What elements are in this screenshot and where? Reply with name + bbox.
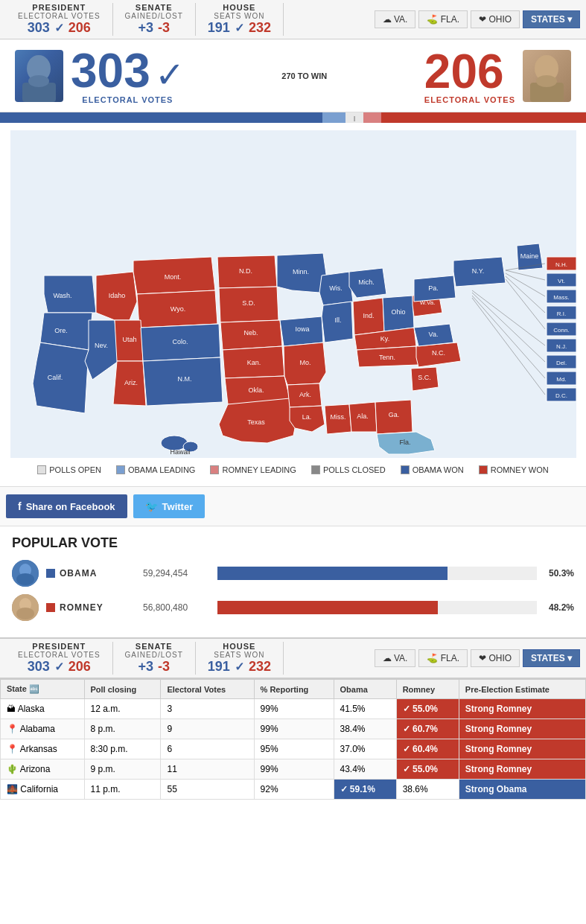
- cell-ev: 3: [161, 699, 254, 719]
- col-obama: Obama: [334, 680, 396, 699]
- svg-text:Wash.: Wash.: [53, 292, 71, 299]
- svg-text:Ga.: Ga.: [388, 411, 399, 418]
- bottom-va-button[interactable]: ☁ VA.: [375, 649, 416, 667]
- romney-vote-bar-container: [217, 601, 537, 614]
- facebook-share-button[interactable]: f Share on Facebook: [6, 494, 127, 518]
- obama-color-box: [46, 569, 55, 578]
- svg-text:Mo.: Mo.: [299, 359, 310, 366]
- obama-mini-photo: [12, 560, 39, 587]
- romney-electoral-num: 206: [424, 48, 504, 95]
- svg-text:Ark.: Ark.: [299, 391, 310, 398]
- twitter-label: Twitter: [162, 501, 194, 512]
- bottom-seats-won: SEATS WON: [214, 651, 264, 659]
- twitter-share-button[interactable]: 🐦 Twitter: [133, 494, 206, 518]
- cell-estimate: Strong Romney: [459, 719, 585, 739]
- cell-obama: 43.4%: [334, 759, 396, 780]
- svg-text:Okla.: Okla.: [248, 386, 264, 394]
- states-dropdown-button[interactable]: STATES ▾: [523, 10, 580, 28]
- obama-score: 303 ✓ ELECTORAL VOTES: [71, 47, 185, 104]
- obama-leading-bar: [322, 112, 345, 123]
- obama-vote-pct: 50.3%: [544, 568, 574, 579]
- state-filter-buttons: ☁ VA. ⛳ FLA. ❤ OHIO STATES ▾: [375, 10, 580, 28]
- col-ev: Electoral Votes: [161, 680, 254, 699]
- svg-text:N.M.: N.M.: [177, 375, 191, 383]
- cell-state: 🌵 Arizona: [1, 759, 85, 780]
- senate-gained: +3: [138, 20, 153, 36]
- map-legend: POLLS OPEN OBAMA LEADING ROMNEY LEADING …: [7, 461, 579, 479]
- obama-candidate-name: OBAMA: [60, 568, 97, 579]
- svg-text:Conn.: Conn.: [553, 327, 569, 334]
- obama-vote-row: OBAMA 59,294,454 50.3%: [12, 560, 574, 587]
- svg-text:N.C.: N.C.: [432, 349, 445, 357]
- cell-estimate: Strong Romney: [459, 739, 585, 759]
- to-win-label: 270 TO WIN: [281, 71, 327, 80]
- cell-obama: 37.0%: [334, 739, 396, 759]
- table-row: 🌵 Arizona 9 p.m. 11 99% 43.4% ✓ 55.0% St…: [1, 759, 586, 780]
- legend-obama-leading: OBAMA LEADING: [116, 465, 195, 474]
- svg-text:Idaho: Idaho: [108, 292, 125, 299]
- cell-ev: 9: [161, 719, 254, 739]
- romney-won-box: [479, 465, 488, 474]
- svg-text:D.C.: D.C.: [555, 392, 567, 399]
- legend-romney-leading: ROMNEY LEADING: [210, 465, 296, 474]
- svg-text:Ohio: Ohio: [391, 308, 405, 316]
- center-marker: |: [345, 112, 363, 123]
- bottom-president-label: PRESIDENT: [32, 642, 86, 651]
- svg-text:R.I.: R.I.: [556, 310, 565, 317]
- top-header: PRESIDENT ELECTORAL VOTES 303 ✓ 206 SENA…: [0, 0, 586, 39]
- svg-text:Mont.: Mont.: [164, 273, 181, 281]
- bottom-ohio-button[interactable]: ❤ OHIO: [471, 649, 520, 667]
- cell-state: 📍 Alabama: [1, 719, 85, 739]
- popular-vote-section: POPULAR VOTE OBAMA 59,294,454 50.3%: [0, 526, 586, 637]
- bottom-house-values: 191 ✓ 232: [208, 659, 271, 675]
- va-button[interactable]: ☁ VA.: [375, 10, 416, 28]
- facebook-label: Share on Facebook: [26, 501, 115, 512]
- cell-poll: 8 p.m.: [84, 719, 161, 739]
- popular-vote-title: POPULAR VOTE: [12, 535, 574, 551]
- romney-candidate-name: ROMNEY: [60, 602, 103, 613]
- bottom-results-section: PRESIDENT ELECTORAL VOTES 303 ✓ 206 SENA…: [0, 637, 586, 800]
- table-header-row: State 🔤 Poll closing Electoral Votes % R…: [1, 680, 586, 699]
- senate-label: SENATE: [136, 3, 173, 12]
- ohio-button[interactable]: ❤ OHIO: [471, 10, 520, 28]
- cell-poll: 12 a.m.: [84, 699, 161, 719]
- bottom-fla-button[interactable]: ⛳ FLA.: [418, 649, 468, 667]
- romney-photo: [523, 50, 571, 102]
- romney-vote-row: ROMNEY 56,800,480 48.2%: [12, 594, 574, 621]
- col-romney: Romney: [396, 680, 459, 699]
- legend-polls-closed: POLLS CLOSED: [311, 465, 386, 474]
- obama-won-box: [401, 465, 410, 474]
- fla-button[interactable]: ⛳ FLA.: [418, 10, 468, 28]
- obama-photo: [15, 50, 63, 102]
- svg-text:Ore.: Ore.: [54, 327, 68, 334]
- obama-vote-bar: [217, 567, 448, 580]
- romney-vote-bar: [217, 601, 438, 614]
- bottom-house-section: HOUSE SEATS WON 191 ✓ 232: [196, 642, 284, 675]
- bottom-senate-lost: -3: [158, 659, 170, 675]
- legend-polls-open: POLLS OPEN: [37, 465, 101, 474]
- electoral-progress-bar: |: [0, 112, 586, 123]
- bottom-states-dropdown[interactable]: STATES ▾: [523, 649, 580, 667]
- cell-state: 🌉 California: [1, 780, 85, 800]
- svg-text:Del.: Del.: [555, 360, 566, 366]
- svg-text:Fla.: Fla.: [399, 439, 410, 446]
- bottom-president-values: 303 ✓ 206: [28, 659, 91, 675]
- cell-ev: 6: [161, 739, 254, 759]
- bottom-senate-values: +3 -3: [138, 659, 170, 675]
- obama-ev-header: 303: [28, 20, 50, 36]
- svg-text:Nev.: Nev.: [95, 342, 108, 349]
- cell-ev: 55: [161, 780, 254, 800]
- romney-score: 206 ELECTORAL VOTES: [424, 48, 515, 104]
- romney-ev-header: 206: [69, 20, 91, 36]
- senate-lost: -3: [158, 20, 170, 36]
- svg-text:Va.: Va.: [428, 331, 438, 338]
- bottom-gained-lost: GAINED/LOST: [125, 651, 183, 659]
- bottom-state-filter-buttons: ☁ VA. ⛳ FLA. ❤ OHIO STATES ▾: [375, 649, 580, 667]
- table-row: 🏔 Alaska 12 a.m. 3 99% 41.5% ✓ 55.0% Str…: [1, 699, 586, 719]
- cell-estimate: Strong Romney: [459, 699, 585, 719]
- table-row: 📍 Alabama 8 p.m. 9 99% 38.4% ✓ 60.7% Str…: [1, 719, 586, 739]
- cell-poll: 8:30 p.m.: [84, 739, 161, 759]
- cell-reporting: 99%: [254, 719, 334, 739]
- bottom-president-section: PRESIDENT ELECTORAL VOTES 303 ✓ 206: [6, 642, 113, 675]
- svg-text:Utah: Utah: [122, 336, 136, 343]
